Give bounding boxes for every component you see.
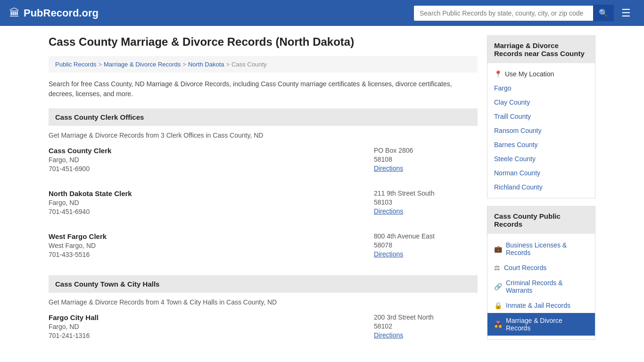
clerk-3-directions[interactable]: Directions [374, 250, 403, 258]
sidebar-item-traill-county[interactable]: Traill County [487, 109, 595, 123]
use-my-location-label: Use My Location [505, 70, 554, 78]
cityhall-1-directions[interactable]: Directions [374, 331, 403, 339]
clerk-entry-2: North Dakota State Clerk Fargo, ND 701-4… [49, 189, 478, 221]
sidebar-item-inmate-records[interactable]: 🔒 Inmate & Jail Records [487, 298, 595, 313]
public-records-card: Cass County Public Records 💼 Business Li… [487, 206, 595, 340]
clerk-2-zip: 58103 [374, 198, 478, 206]
briefcase-icon: 💼 [494, 245, 502, 253]
fargo-label: Fargo [494, 84, 512, 92]
breadcrumb-north-dakota[interactable]: North Dakota [188, 61, 224, 68]
clerk-1-zip: 58108 [374, 156, 478, 163]
sidebar-item-richland-county[interactable]: Richland County [487, 180, 595, 194]
sidebar-item-norman-county[interactable]: Norman County [487, 166, 595, 180]
sidebar-item-use-my-location[interactable]: 📍 Use My Location [487, 67, 595, 81]
logo-text: PubRecord.org [24, 7, 99, 19]
clerk-section: Cass County Clerk Offices Get Marriage &… [49, 108, 478, 264]
menu-button[interactable]: ☰ [618, 5, 635, 21]
sidebar-item-business-licenses[interactable]: 💼 Business Licenses & Records [487, 238, 595, 260]
breadcrumb-public-records[interactable]: Public Records [55, 61, 96, 68]
sidebar-item-ransom-county[interactable]: Ransom County [487, 123, 595, 138]
inmate-records-label: Inmate & Jail Records [506, 302, 570, 309]
sidebar-item-clay-county[interactable]: Clay County [487, 95, 595, 109]
clerk-3-name: West Fargo Clerk [49, 232, 374, 240]
site-header: 🏛 PubRecord.org 🔍 ☰ [0, 0, 644, 26]
rings-icon: 💑 [494, 321, 502, 328]
clerk-2-address: 211 9th Street South [374, 189, 478, 197]
logo-icon: 🏛 [9, 7, 20, 19]
nearby-list: 📍 Use My Location Fargo Clay County Trai… [487, 63, 595, 198]
cityhall-1-address: 200 3rd Street North [374, 313, 478, 321]
clerk-3-phone: 701-433-5516 [49, 251, 374, 258]
cityhall-1-city: Fargo, ND [49, 323, 374, 330]
clerk-1-name: Cass County Clerk [49, 147, 374, 155]
search-bar: 🔍 [414, 5, 614, 21]
clerk-entry-3: West Fargo Clerk West Fargo, ND 701-433-… [49, 232, 478, 264]
clay-county-label: Clay County [494, 99, 530, 106]
sidebar-item-court-records[interactable]: ⚖ Court Records [487, 260, 595, 275]
nearby-card: Marriage & Divorce Records near Cass Cou… [487, 35, 595, 198]
lock-icon: 🔒 [494, 302, 502, 309]
clerk-1-city: Fargo, ND [49, 156, 374, 164]
site-logo[interactable]: 🏛 PubRecord.org [9, 7, 99, 19]
public-records-card-header: Cass County Public Records [487, 206, 595, 234]
barnes-county-label: Barnes County [494, 141, 538, 148]
clerk-2-name: North Dakota State Clerk [49, 189, 374, 197]
search-button[interactable]: 🔍 [593, 5, 614, 21]
scales-icon: ⚖ [494, 264, 500, 272]
richland-county-label: Richland County [494, 183, 543, 191]
hamburger-icon: ☰ [621, 7, 631, 19]
search-input[interactable] [414, 6, 593, 21]
sidebar-item-marriage-records[interactable]: 💑 Marriage & Divorce Records [487, 313, 595, 336]
sidebar: Marriage & Divorce Records near Cass Cou… [487, 35, 595, 356]
sidebar-item-barnes-county[interactable]: Barnes County [487, 138, 595, 152]
clerk-section-header: Cass County Clerk Offices [49, 108, 478, 126]
breadcrumb-sep-1: > [98, 61, 102, 68]
cityhall-1-phone: 701-241-1316 [49, 332, 374, 339]
clerk-1-address: PO Box 2806 [374, 147, 478, 154]
marriage-records-label: Marriage & Divorce Records [506, 317, 588, 332]
breadcrumb-cass-county: Cass County [231, 61, 266, 68]
nearby-card-header: Marriage & Divorce Records near Cass Cou… [487, 36, 595, 63]
location-pin-icon: 📍 [494, 70, 502, 78]
steele-county-label: Steele County [494, 155, 536, 163]
traill-county-label: Traill County [494, 113, 531, 120]
cityhall-1-name: Fargo City Hall [49, 313, 374, 321]
breadcrumb-sep-2: > [182, 61, 186, 68]
clerk-section-description: Get Marriage & Divorce Records from 3 Cl… [49, 132, 478, 139]
sidebar-item-fargo[interactable]: Fargo [487, 81, 595, 95]
clerk-2-phone: 701-451-6940 [49, 208, 374, 215]
breadcrumb: Public Records > Marriage & Divorce Reco… [49, 56, 478, 73]
cityhall-1-zip: 58102 [374, 322, 478, 330]
business-licenses-label: Business Licenses & Records [506, 241, 588, 256]
clerk-3-address: 800 4th Avenue East [374, 232, 478, 240]
ransom-county-label: Ransom County [494, 127, 541, 134]
clerk-3-zip: 58078 [374, 241, 478, 249]
criminal-records-label: Criminal Records & Warrants [506, 279, 588, 294]
page-title: Cass County Marriage & Divorce Records (… [49, 35, 478, 49]
content-area: Cass County Marriage & Divorce Records (… [49, 35, 478, 356]
cityhall-section-description: Get Marriage & Divorce Records from 4 To… [49, 298, 478, 306]
main-container: Cass County Marriage & Divorce Records (… [39, 26, 605, 362]
public-records-list: 💼 Business Licenses & Records ⚖ Court Re… [487, 234, 595, 339]
clerk-1-directions[interactable]: Directions [374, 165, 403, 172]
cityhall-section: Cass County Town & City Halls Get Marria… [49, 275, 478, 345]
breadcrumb-marriage-records[interactable]: Marriage & Divorce Records [104, 61, 181, 68]
link-icon: 🔗 [494, 283, 502, 290]
page-description: Search for free Cass County, ND Marriage… [49, 79, 478, 99]
cityhall-entry-1: Fargo City Hall Fargo, ND 701-241-1316 2… [49, 313, 478, 345]
search-icon: 🔍 [599, 9, 608, 17]
clerk-1-phone: 701-451-6900 [49, 165, 374, 173]
clerk-2-directions[interactable]: Directions [374, 207, 403, 215]
court-records-label: Court Records [504, 264, 546, 272]
norman-county-label: Norman County [494, 169, 540, 177]
clerk-3-city: West Fargo, ND [49, 242, 374, 249]
clerk-entry-1: Cass County Clerk Fargo, ND 701-451-6900… [49, 147, 478, 178]
header-right: 🔍 ☰ [414, 5, 635, 21]
breadcrumb-sep-3: > [226, 61, 230, 68]
sidebar-item-criminal-records[interactable]: 🔗 Criminal Records & Warrants [487, 275, 595, 298]
clerk-2-city: Fargo, ND [49, 199, 374, 206]
sidebar-item-steele-county[interactable]: Steele County [487, 152, 595, 166]
cityhall-section-header: Cass County Town & City Halls [49, 275, 478, 293]
